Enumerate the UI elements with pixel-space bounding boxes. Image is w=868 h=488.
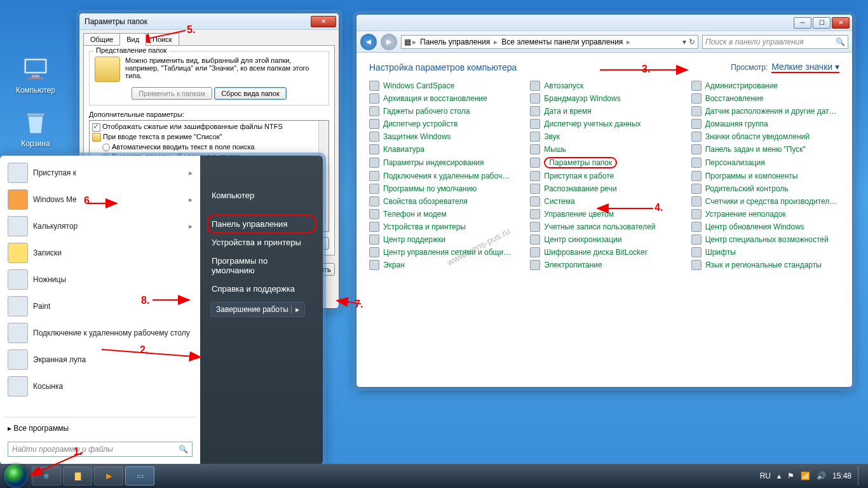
cp-item[interactable]: Администрирование	[691, 79, 839, 92]
tray-clock[interactable]: 15:48	[832, 471, 851, 480]
cp-item[interactable]: Распознавание речи	[530, 182, 678, 195]
start-right-devices[interactable]: Устройства и принтеры	[207, 233, 316, 252]
tray-flag-icon[interactable]: ⚑	[787, 471, 794, 480]
start-item-rdp[interactable]: Подключение к удаленному рабочему столу	[4, 320, 196, 346]
cp-item[interactable]: Архивация и восстановление	[369, 92, 517, 105]
start-search-input[interactable]: Найти программы и файлы🔍	[8, 442, 193, 457]
cp-item[interactable]: Свойства обозревателя	[369, 195, 517, 208]
nav-back-button[interactable]: ◄	[360, 34, 377, 50]
tray-up-icon[interactable]: ▴	[777, 471, 781, 480]
cp-search-input[interactable]: Поиск в панели управления 🔍	[702, 35, 848, 49]
cp-item[interactable]: Электропитание	[530, 259, 678, 271]
cp-item-label: Автозапуск	[544, 81, 583, 90]
cp-item[interactable]: Панель задач и меню "Пуск"	[691, 143, 839, 156]
cp-view-dropdown[interactable]: Мелкие значки ▾	[771, 62, 839, 73]
minimize-button[interactable]: ─	[794, 17, 811, 29]
cp-item[interactable]: Клавиатура	[369, 143, 517, 156]
taskbar-media[interactable]: ▶	[94, 466, 123, 485]
start-item-magnifier[interactable]: Экранная лупа▸	[4, 346, 196, 373]
cp-item[interactable]: Подключения к удаленным рабоч…	[369, 170, 517, 182]
start-right-defprog[interactable]: Программы по умолчанию	[207, 252, 316, 280]
cp-item[interactable]: Восстановление	[691, 92, 839, 105]
desktop-icon-computer[interactable]: Компьютер	[10, 53, 61, 95]
refresh-icon[interactable]: ↻	[689, 37, 695, 46]
cp-item[interactable]: Мышь	[530, 143, 678, 156]
show-desktop-button[interactable]	[858, 466, 864, 485]
start-item-snip[interactable]: Ножницы	[4, 266, 196, 293]
cp-item[interactable]: Диспетчер устройств	[369, 118, 517, 130]
cp-item[interactable]: Система	[530, 195, 678, 208]
cp-item[interactable]: Счетчики и средства производител…	[691, 195, 839, 208]
cp-item[interactable]: Учетные записи пользователей	[530, 220, 678, 233]
start-item-calc[interactable]: Калькулятор▸	[4, 213, 196, 240]
close-button[interactable]: ✕	[311, 16, 336, 27]
cp-item[interactable]: Телефон и модем	[369, 208, 517, 220]
cp-item[interactable]: Экран	[369, 259, 517, 271]
start-item-solitaire[interactable]: Косынка	[4, 373, 196, 400]
maximize-button[interactable]: ☐	[813, 17, 831, 29]
calc-icon	[8, 216, 28, 236]
nav-forward-button[interactable]: ►	[381, 34, 397, 50]
cp-item[interactable]: Гаджеты рабочего стола	[369, 105, 517, 118]
cp-item-icon	[691, 106, 702, 116]
start-item-notes[interactable]: Записки	[4, 240, 196, 266]
cp-item[interactable]: Управление цветом	[530, 208, 678, 220]
cp-item[interactable]: Программы по умолчанию	[369, 182, 517, 195]
cp-item[interactable]: Дата и время	[530, 105, 678, 118]
shutdown-button[interactable]: Завершение работы ▸	[210, 302, 305, 317]
tray-network-icon[interactable]: 📶	[801, 471, 810, 480]
cp-item[interactable]: Windows CardSpace	[369, 79, 517, 92]
address-bar[interactable]: ▦ ▸ Панель управления ▸ Все элементы пан…	[401, 35, 698, 49]
cp-item[interactable]: Центр специальных возможностей	[691, 233, 839, 246]
cp-item[interactable]: Язык и региональные стандарты	[691, 259, 839, 271]
tray-lang[interactable]: RU	[760, 471, 771, 480]
breadcrumb[interactable]: Панель управления	[417, 37, 492, 46]
start-orb[interactable]	[4, 464, 28, 488]
cp-item[interactable]: Параметры папок	[530, 156, 678, 170]
taskbar-app[interactable]: ▭	[125, 466, 154, 485]
start-all-programs[interactable]: ▸ Все программы	[4, 419, 196, 438]
cp-item[interactable]: Центр обновления Windows	[691, 220, 839, 233]
tab-search[interactable]: Поиск	[146, 33, 179, 46]
start-right-help[interactable]: Справка и поддержка	[207, 280, 316, 298]
cp-item[interactable]: Родительский контроль	[691, 182, 839, 195]
taskbar-explorer[interactable]: ▇	[63, 466, 92, 485]
cp-item[interactable]: Шрифты	[691, 246, 839, 259]
tray-sound-icon[interactable]: 🔊	[817, 471, 826, 480]
cp-item[interactable]: Шифрование диска BitLocker	[530, 246, 678, 259]
reset-folders-button[interactable]: Сброс вида папок	[214, 87, 287, 100]
cp-item[interactable]: Персонализация	[691, 156, 839, 170]
tab-view[interactable]: Вид	[119, 33, 146, 46]
cp-item[interactable]: Датчик расположения и другие дат…	[691, 105, 839, 118]
start-item-paint[interactable]: Paint	[4, 293, 196, 320]
cp-item[interactable]: Центр управления сетями и общи…	[369, 246, 517, 259]
cp-item[interactable]: Программы и компоненты	[691, 170, 839, 182]
cp-item[interactable]: Устранение неполадок	[691, 208, 839, 220]
apply-to-folders-button[interactable]: Применить к папкам	[132, 87, 212, 100]
start-item-getting-started[interactable]: Приступая к▸	[4, 159, 196, 186]
start-right-computer[interactable]: Компьютер	[207, 186, 316, 205]
start-right-control-panel[interactable]: Панель управления	[207, 215, 316, 233]
cp-item[interactable]: Защитник Windows	[369, 130, 517, 143]
breadcrumb[interactable]: Все элементы панели управления	[499, 37, 625, 46]
dropdown-icon[interactable]: ▾	[682, 37, 686, 46]
taskbar-ie[interactable]: e	[32, 466, 61, 485]
cp-item[interactable]: Приступая к работе	[530, 170, 678, 182]
start-item-media[interactable]: Windows Me▸	[4, 186, 196, 213]
cp-item[interactable]: Автозапуск	[530, 79, 678, 92]
tab-general[interactable]: Общие	[83, 33, 120, 46]
cp-item[interactable]: Звук	[530, 130, 678, 143]
cp-item[interactable]: Диспетчер учетных данных	[530, 118, 678, 130]
cp-item[interactable]: Центр синхронизации	[530, 233, 678, 246]
desktop-icon-label: Корзина	[21, 139, 50, 148]
cp-item-label: Система	[544, 197, 574, 206]
search-placeholder: Поиск в панели управления	[705, 37, 804, 46]
close-button[interactable]: ✕	[832, 17, 850, 29]
desktop-icon-recycle[interactable]: Корзина	[10, 107, 61, 148]
cp-item-icon	[530, 144, 540, 154]
cp-item[interactable]: Домашняя группа	[691, 118, 839, 130]
cp-item[interactable]: Значки области уведомлений	[691, 130, 839, 143]
cp-item[interactable]: Брандмауэр Windows	[530, 92, 678, 105]
cp-item-label: Центр управления сетями и общи…	[383, 248, 511, 257]
cp-item[interactable]: Параметры индексирования	[369, 156, 517, 170]
